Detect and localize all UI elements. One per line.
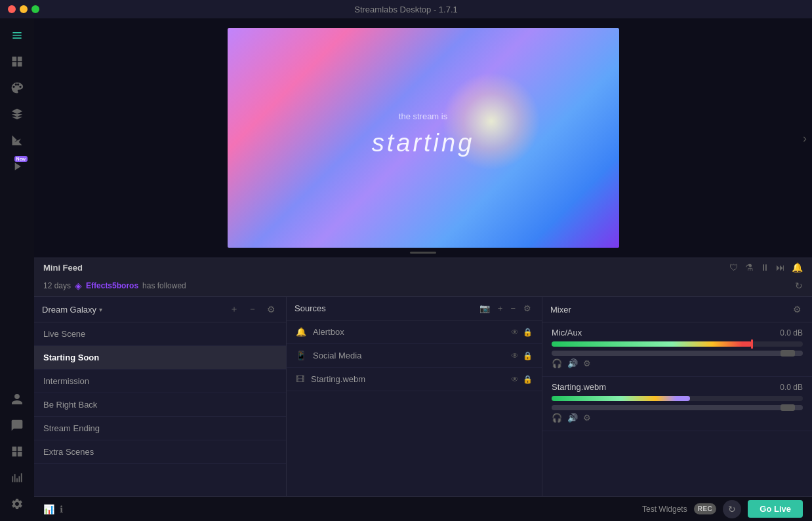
sidebar-item-analytics[interactable]	[5, 128, 29, 152]
reset-button[interactable]: ↻	[723, 500, 741, 518]
resize-handle[interactable]	[410, 252, 436, 254]
mixer-track-mic-volume[interactable]	[552, 351, 803, 356]
main-content: the stream is starting › Mini Feed 🛡 ⚗ ⏸…	[34, 18, 812, 521]
mini-feed-bar: Mini Feed 🛡 ⚗ ⏸ ⏭ 🔔 12 days ◈ Effects5bo…	[34, 258, 812, 297]
sidebar-item-store[interactable]	[5, 102, 29, 126]
scene-item-extra-scenes[interactable]: Extra Scenes	[34, 440, 286, 464]
preview-title: starting	[372, 129, 475, 157]
scene-item-starting-soon[interactable]: Starting Soon	[34, 346, 286, 370]
webm-icon: 🎞	[296, 374, 304, 384]
mixer-channel-mic-db: 0.0 dB	[780, 328, 803, 338]
info-icon[interactable]: ℹ	[60, 504, 63, 514]
sidebar-item-profile[interactable]	[5, 387, 29, 411]
mixer-headphone-icon-mic[interactable]: 🎧	[552, 358, 562, 368]
mixer-mute-icon-mic[interactable]: 🔊	[567, 358, 578, 368]
mixer-headphone-icon-webm[interactable]: 🎧	[552, 413, 562, 423]
add-source-button[interactable]: +	[495, 302, 506, 315]
shield-icon[interactable]: 🛡	[729, 262, 739, 273]
source-item-social-media[interactable]: 📱 Social Media 👁 🔒	[287, 344, 542, 368]
go-live-button[interactable]: Go Live	[748, 500, 803, 518]
mixer-track-webm-level	[552, 396, 803, 401]
mixer-settings-icon-webm[interactable]: ⚙	[583, 413, 591, 423]
source-item-starting-webm[interactable]: 🎞 Starting.webm 👁 🔒	[287, 368, 542, 391]
bottom-panels: Dream Galaxy ▾ ＋ － ⚙ Live Scene Starting…	[34, 297, 812, 496]
sidebar-item-chat[interactable]	[5, 414, 29, 437]
mixer-level-fill-mic	[552, 341, 752, 347]
scene-settings-button[interactable]: ⚙	[264, 302, 278, 317]
source-visibility-alertbox[interactable]: 👁	[511, 328, 519, 337]
app-title: Streamlabs Desktop - 1.7.1	[354, 5, 458, 14]
status-bar: 📊 ℹ Test Widgets REC ↻ Go Live	[34, 496, 812, 521]
sidebar: New	[0, 18, 34, 521]
source-controls-social: 👁 🔒	[511, 351, 533, 360]
mixer-level-fill-webm	[552, 396, 690, 401]
twitch-icon: ◈	[75, 280, 82, 291]
sidebar-item-settings[interactable]	[5, 492, 29, 516]
sidebar-item-stats[interactable]	[5, 466, 29, 490]
source-lock-social[interactable]: 🔒	[523, 351, 533, 360]
mixer-channel-mic: Mic/Aux 0.0 dB 🎧 🔊 ⚙	[542, 322, 812, 377]
source-item-alertbox[interactable]: 🔔 Alertbox 👁 🔒	[287, 320, 542, 344]
webcam-source-button[interactable]: 📷	[477, 302, 493, 315]
scene-item-intermission[interactable]: Intermission	[34, 370, 286, 393]
traffic-lights	[8, 5, 39, 13]
scene-item-live[interactable]: Live Scene	[34, 322, 286, 346]
maximize-button[interactable]	[31, 5, 39, 13]
remove-source-button[interactable]: −	[508, 302, 518, 315]
sidebar-item-dashboard[interactable]	[5, 440, 29, 463]
source-left: 🔔 Alertbox	[296, 327, 344, 337]
preview-subtitle: the stream is	[399, 111, 447, 121]
bar-chart-icon[interactable]: 📊	[43, 504, 54, 514]
skip-icon[interactable]: ⏭	[776, 262, 785, 273]
mixer-panel-actions: ⚙	[790, 302, 804, 317]
minimize-button[interactable]	[20, 5, 28, 13]
dropdown-arrow: ▾	[99, 306, 102, 313]
sidebar-item-themes[interactable]	[5, 76, 29, 100]
scene-item-stream-ending[interactable]: Stream Ending	[34, 417, 286, 440]
mixer-settings-icon-mic[interactable]: ⚙	[583, 358, 591, 368]
mixer-channel-webm-header: Starting.webm 0.0 dB	[552, 382, 803, 392]
mixer-track-webm-volume[interactable]	[552, 405, 803, 410]
source-left-webm: 🎞 Starting.webm	[296, 374, 365, 384]
collapse-panel-arrow[interactable]: ›	[803, 131, 807, 145]
scene-item-be-right-back[interactable]: Be Right Back	[34, 393, 286, 417]
mixer-settings-button[interactable]: ⚙	[790, 302, 804, 317]
mixer-mute-icon-webm[interactable]: 🔊	[567, 413, 578, 423]
close-button[interactable]	[8, 5, 16, 13]
source-visibility-social[interactable]: 👁	[511, 351, 519, 360]
refresh-icon[interactable]: ↻	[795, 280, 803, 291]
event-action: has followed	[142, 281, 186, 290]
source-controls-webm: 👁 🔒	[511, 375, 533, 384]
rec-badge[interactable]: REC	[694, 503, 717, 514]
scene-collection-selector[interactable]: Dream Galaxy ▾	[42, 305, 102, 315]
sources-panel-title: Sources	[294, 303, 326, 313]
scenes-panel-actions: ＋ － ⚙	[227, 302, 278, 317]
remove-scene-button[interactable]: －	[245, 302, 260, 317]
add-scene-button[interactable]: ＋	[227, 302, 241, 317]
preview-video: the stream is starting	[228, 28, 619, 248]
scene-collection-name: Dream Galaxy	[42, 305, 96, 315]
filter-icon[interactable]: ⚗	[745, 262, 754, 273]
mixer-controls-webm: 🎧 🔊 ⚙	[552, 413, 803, 423]
pause-icon[interactable]: ⏸	[760, 262, 769, 273]
source-visibility-webm[interactable]: 👁	[511, 375, 519, 384]
source-lock-alertbox[interactable]: 🔒	[523, 328, 533, 337]
mixer-volume-knob-webm[interactable]	[781, 404, 795, 411]
sidebar-item-editor[interactable]: New	[5, 155, 29, 178]
mixer-controls-mic: 🎧 🔊 ⚙	[552, 358, 803, 368]
mixer-volume-knob-mic[interactable]	[781, 350, 795, 357]
mini-feed-title: Mini Feed	[43, 263, 83, 273]
source-settings-button[interactable]: ⚙	[521, 302, 534, 315]
sources-panel: Sources 📷 + − ⚙ 🔔 Alertbox	[287, 297, 542, 496]
sidebar-item-scenes[interactable]	[5, 24, 29, 47]
app-container: New the stream is	[0, 18, 812, 521]
mixer-panel-header: Mixer ⚙	[542, 297, 812, 322]
source-lock-webm[interactable]: 🔒	[523, 375, 533, 384]
mixer-channel-webm-db: 0.0 dB	[780, 383, 803, 392]
sidebar-item-layout[interactable]	[5, 50, 29, 73]
mixer-panel: Mixer ⚙ Mic/Aux 0.0 dB	[542, 297, 812, 496]
event-days: 12 days	[43, 281, 71, 290]
social-media-icon: 📱	[296, 351, 306, 360]
source-label-starting-webm: Starting.webm	[311, 374, 365, 384]
alert-icon[interactable]: 🔔	[792, 262, 803, 273]
